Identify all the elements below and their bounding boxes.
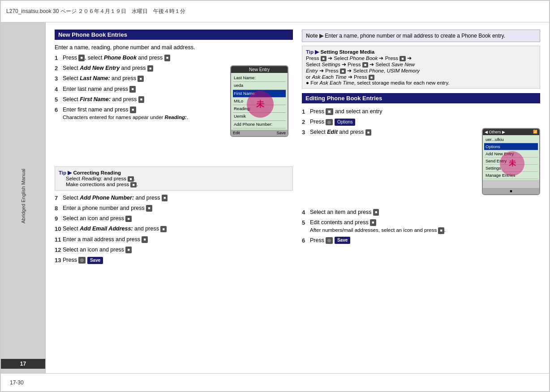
step-1: 1 Press ■, select Phone Book and press ■	[55, 54, 293, 62]
edit-step-list-2: 4 Select an item and press ■ 5 Edit cont…	[302, 209, 540, 245]
step-10: 10 Select Add Email Address: and press ■	[55, 225, 293, 233]
header-text: L270_insatsu.book 30 ページ ２０６年４月１９日 水曜日 午…	[6, 8, 185, 15]
step-8: 8 Enter a phone number and press ■	[55, 205, 293, 213]
phone-screen-new-entry: New Entry Last Name: ueda First Name: MI…	[230, 65, 288, 137]
step-11: 11 Enter a mail address and press ■	[55, 236, 293, 244]
edit-step-2: 2 Press ◎ Options	[302, 118, 540, 126]
edit-step-1: 1 Press ▣ and select an entry	[302, 108, 540, 116]
page-footer: 17-30	[1, 373, 549, 391]
edit-step-4: 4 Select an item and press ■	[302, 209, 540, 217]
step-9: 9 Select an icon and press ■	[55, 215, 293, 223]
step-list-2: 7 Select Add Phone Number: and press ■ 8…	[55, 194, 293, 264]
right-column: Note ▶ Enter a name, phone number or mai…	[302, 30, 540, 366]
sidebar-chapter: 17	[1, 359, 45, 369]
sidebar-label: Abridged English Manual	[21, 169, 26, 223]
step-12: 12 Select an icon and press ■	[55, 246, 293, 254]
phone2-header: ◀ Others ▶ 📶	[483, 129, 539, 135]
edit-entries-header: Editing Phone Book Entries	[302, 93, 540, 103]
left-column: New Phone Book Entries Enter a name, rea…	[55, 30, 293, 366]
phone-screen-options: ◀ Others ▶ 📶 uer...ulkiu Options Add New…	[482, 128, 540, 195]
intro-text: Enter a name, reading, phone number and …	[55, 44, 293, 51]
page-frame: L270_insatsu.book 30 ページ ２０６年４月１９日 水曜日 午…	[0, 0, 550, 392]
main-content: New Phone Book Entries Enter a name, rea…	[46, 22, 549, 373]
page-number: 17-30	[10, 379, 24, 386]
edit-step-6: 6 Press ◎ Save	[302, 237, 540, 245]
tip-box-storage: Tip ▶ Setting Storage Media Press ■ ➔ Se…	[302, 46, 540, 89]
step-13: 13 Press ◎ Save	[55, 256, 293, 264]
phone2-footer: ■	[483, 188, 539, 194]
phone-overlay-circle: 未	[247, 91, 274, 118]
edit-step-5: 5 Edit contents and press ■ After number…	[302, 219, 540, 234]
phone2-overlay-circle: 未	[500, 151, 524, 176]
tip-box-reading: Tip ▶ Correcting Reading Select Reading:…	[55, 166, 293, 191]
phone-screen-title: New Entry	[231, 66, 288, 73]
columns-container: New Phone Book Entries Enter a name, rea…	[55, 30, 540, 366]
header-bar: L270_insatsu.book 30 ページ ２０６年４月１９日 水曜日 午…	[1, 1, 549, 22]
note-box: Note ▶ Enter a name, phone number or mai…	[302, 30, 540, 42]
step-7: 7 Select Add Phone Number: and press ■	[55, 194, 293, 202]
new-entries-header: New Phone Book Entries	[55, 30, 293, 40]
phone-screen-footer: Edit Save	[231, 130, 288, 136]
left-sidebar: Abridged English Manual 17	[1, 22, 46, 373]
